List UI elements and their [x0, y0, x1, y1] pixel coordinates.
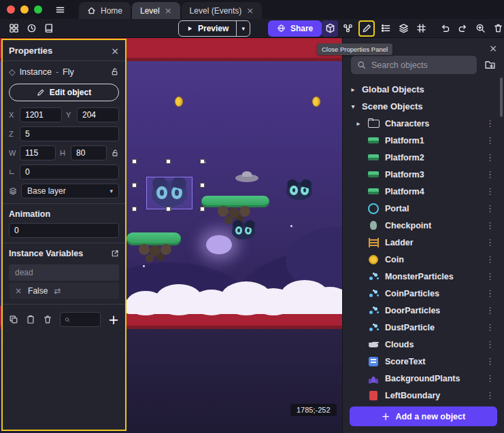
- object-menu-icon[interactable]: ⋮: [483, 237, 497, 247]
- preview-options-button[interactable]: ▾: [237, 25, 250, 32]
- add-variable-button[interactable]: +: [108, 313, 119, 326]
- edit-properties-icon[interactable]: [360, 22, 373, 35]
- layer-select[interactable]: Base layer ▾: [21, 184, 119, 198]
- object-list-item[interactable]: Ladder ⋮: [350, 234, 497, 251]
- paste-icon[interactable]: [26, 315, 35, 324]
- swap-value-icon[interactable]: ⇄: [54, 286, 61, 296]
- objects-panel-icon[interactable]: [322, 20, 338, 37]
- group-scene-objects[interactable]: ▾ Scene Objects: [350, 98, 497, 115]
- tab-level[interactable]: Level ×: [132, 2, 180, 19]
- object-list-item[interactable]: Portal ⋮: [350, 200, 497, 217]
- preview-button[interactable]: Preview: [179, 21, 236, 36]
- selection-handle[interactable]: [166, 207, 171, 211]
- add-new-object-button[interactable]: + Add a new object: [350, 406, 497, 426]
- minimize-window-button[interactable]: [20, 5, 29, 14]
- group-global-objects[interactable]: ▸ Global Objects: [350, 81, 497, 98]
- close-window-button[interactable]: [7, 5, 15, 14]
- object-list-item[interactable]: Clouds ⋮: [350, 336, 497, 353]
- variables-search-input[interactable]: [73, 315, 96, 324]
- object-menu-icon[interactable]: ⋮: [483, 220, 497, 230]
- edit-object-button[interactable]: Edit object: [9, 84, 119, 101]
- selection-handle[interactable]: [132, 207, 137, 211]
- scene-coin[interactable]: [312, 97, 320, 107]
- object-menu-icon[interactable]: ⋮: [483, 390, 497, 400]
- object-list-item[interactable]: Platform1 ⋮: [350, 132, 497, 149]
- angle-input[interactable]: [20, 164, 119, 179]
- copy-icon[interactable]: [9, 315, 18, 324]
- share-button[interactable]: Share: [268, 20, 322, 37]
- dashboard-icon[interactable]: [5, 20, 22, 37]
- add-folder-icon[interactable]: [484, 59, 496, 71]
- object-list-item[interactable]: Checkpoint ⋮: [350, 217, 497, 234]
- object-menu-icon[interactable]: ⋮: [483, 203, 497, 213]
- selection-handle[interactable]: [200, 159, 205, 164]
- main-menu-button[interactable]: [52, 1, 68, 18]
- history-icon[interactable]: [23, 20, 39, 37]
- selection-handle[interactable]: [200, 207, 205, 211]
- object-list-item[interactable]: Coin ⋮: [350, 251, 497, 268]
- scene-fly[interactable]: [286, 182, 312, 200]
- manual-icon[interactable]: [41, 20, 57, 37]
- object-list-item[interactable]: ScoreText ⋮: [350, 353, 497, 370]
- object-list-item[interactable]: BackgroundPlants ⋮: [350, 370, 497, 387]
- object-list-item[interactable]: Platform3 ⋮: [350, 166, 497, 183]
- undo-icon[interactable]: [437, 20, 453, 37]
- object-menu-icon[interactable]: ⋮: [483, 135, 497, 145]
- scene-coin[interactable]: [175, 97, 183, 107]
- object-menu-icon[interactable]: ⋮: [483, 356, 497, 366]
- selection-handle[interactable]: [200, 183, 205, 188]
- objects-search-input[interactable]: [371, 60, 471, 70]
- scene-fly[interactable]: [232, 223, 255, 239]
- close-tab-icon[interactable]: ×: [246, 6, 254, 15]
- open-variables-editor-icon[interactable]: [111, 249, 119, 258]
- object-list-item[interactable]: Platform2 ⋮: [350, 149, 497, 166]
- delete-icon[interactable]: [490, 20, 504, 37]
- layers-icon[interactable]: [395, 20, 411, 37]
- close-properties-icon[interactable]: ×: [111, 46, 119, 56]
- object-menu-icon[interactable]: ⋮: [483, 152, 497, 162]
- maximize-window-button[interactable]: [34, 5, 42, 14]
- grid-icon[interactable]: [413, 20, 429, 37]
- animation-input[interactable]: [9, 223, 119, 238]
- keep-ratio-lock-icon[interactable]: [111, 149, 119, 157]
- object-menu-icon[interactable]: ⋮: [483, 373, 497, 383]
- object-list-item[interactable]: ▸ Characters ⋮: [350, 115, 497, 132]
- object-menu-icon[interactable]: ⋮: [483, 254, 497, 264]
- tab-level-events[interactable]: Level (Events) ×: [182, 2, 263, 19]
- variable-name[interactable]: dead: [9, 264, 119, 281]
- scrollbar-thumb[interactable]: [500, 77, 503, 117]
- height-input[interactable]: [71, 145, 107, 160]
- redo-icon[interactable]: [454, 20, 471, 37]
- object-list-item[interactable]: MonsterParticles ⋮: [350, 268, 497, 285]
- scene-saucer[interactable]: [235, 174, 258, 182]
- object-menu-icon[interactable]: ⋮: [483, 271, 497, 281]
- object-list-item[interactable]: DustParticle ⋮: [350, 319, 497, 336]
- selection-handle[interactable]: [132, 159, 137, 164]
- y-input[interactable]: [77, 107, 119, 122]
- object-list-item[interactable]: CoinParticles ⋮: [350, 285, 497, 302]
- x-input[interactable]: [20, 107, 62, 122]
- object-menu-icon[interactable]: ⋮: [483, 118, 497, 128]
- instances-list-icon[interactable]: [377, 20, 394, 37]
- object-menu-icon[interactable]: ⋮: [483, 169, 497, 179]
- scene-platform[interactable]: [127, 232, 181, 266]
- object-groups-icon[interactable]: [339, 20, 356, 37]
- object-menu-icon[interactable]: ⋮: [483, 339, 497, 349]
- object-list-item[interactable]: Platform4 ⋮: [350, 183, 497, 200]
- object-menu-icon[interactable]: ⋮: [483, 288, 497, 298]
- object-menu-icon[interactable]: ⋮: [483, 186, 497, 196]
- close-tab-icon[interactable]: ×: [165, 6, 172, 15]
- variable-value-row[interactable]: × False ⇄: [9, 283, 119, 299]
- object-menu-icon[interactable]: ⋮: [483, 305, 497, 315]
- tab-home[interactable]: Home: [79, 2, 131, 19]
- object-menu-icon[interactable]: ⋮: [483, 322, 497, 332]
- object-list-item[interactable]: LeftBoundary ⋮: [350, 387, 497, 402]
- selection-handle[interactable]: [132, 183, 137, 188]
- lock-instance-icon[interactable]: [110, 67, 119, 76]
- selection-rectangle[interactable]: [146, 177, 192, 209]
- zoom-icon[interactable]: [472, 20, 488, 37]
- selection-handle[interactable]: [166, 159, 171, 164]
- width-input[interactable]: [20, 145, 56, 160]
- delete-variable-icon[interactable]: [43, 315, 52, 324]
- z-input[interactable]: [20, 126, 119, 141]
